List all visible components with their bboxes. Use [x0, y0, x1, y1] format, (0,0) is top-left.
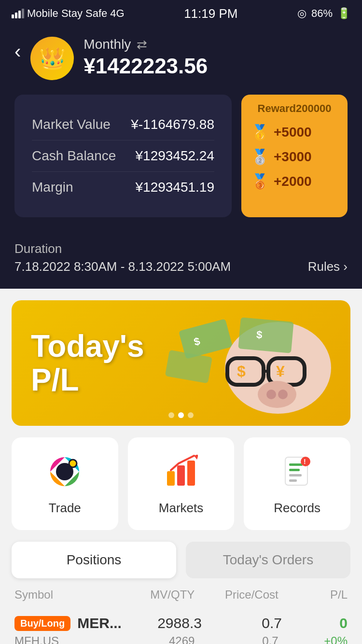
tab-positions[interactable]: Positions	[12, 542, 176, 578]
status-bar: Mobile Stay Safe 4G 11:19 PM ◎ 86% 🔋	[0, 0, 362, 27]
svg-rect-19	[187, 461, 195, 486]
duration-label: Duration	[14, 241, 348, 256]
dot-2	[178, 412, 184, 418]
silver-medal-icon: 🥈	[251, 148, 269, 165]
reward-amount-2: +3000	[274, 149, 312, 165]
banner-section: Today's P/L $ $ ¥	[0, 289, 362, 426]
reward-title: Reward200000	[251, 102, 338, 115]
stat-row-cash-balance: Cash Balance ¥1293452.24	[32, 140, 214, 172]
reward-row-1: 🥇 +5000	[251, 120, 338, 144]
battery-percent: 86%	[311, 7, 333, 20]
action-trade[interactable]: Trade	[12, 437, 118, 530]
svg-rect-23	[289, 469, 300, 471]
signal-bars-icon	[12, 9, 24, 18]
sub-qty-1: 4269	[117, 634, 195, 644]
tab-todays-orders[interactable]: Today's Orders	[186, 542, 350, 578]
status-left: Mobile Stay Safe 4G	[12, 7, 125, 20]
cash-balance-value: ¥1293452.24	[135, 148, 214, 164]
rules-link[interactable]: Rules ›	[308, 259, 348, 274]
reward-amount-3: +2000	[274, 174, 312, 189]
dot-1	[168, 412, 174, 418]
sub-symbol-1: MFH.US	[14, 634, 111, 644]
total-amount: ¥1422223.56	[84, 54, 348, 78]
stats-card: Market Value ¥-1164679.88 Cash Balance ¥…	[14, 95, 232, 217]
bronze-medal-icon: 🥉	[251, 173, 269, 190]
svg-rect-22	[289, 463, 303, 466]
location-icon: ◎	[297, 7, 306, 20]
markets-label: Markets	[159, 501, 203, 516]
svg-rect-25	[289, 479, 297, 482]
header-info: Monthly ⇄ ¥1422223.56	[84, 37, 348, 78]
svg-text:$: $	[256, 328, 263, 341]
crown-icon: 👑	[39, 46, 66, 71]
reward-row-2: 🥈 +3000	[251, 144, 338, 169]
banner[interactable]: Today's P/L $ $ ¥	[12, 300, 350, 426]
pos-price-1: 0.7	[205, 615, 282, 631]
actions-section: Trade Markets ! Records	[0, 426, 362, 530]
svg-point-9	[258, 381, 296, 408]
pos-pl-1: 0	[285, 615, 348, 631]
avatar: 👑	[30, 37, 74, 80]
records-label: Records	[274, 501, 320, 516]
svg-rect-24	[289, 474, 302, 476]
header: ‹ 👑 Monthly ⇄ ¥1422223.56	[0, 27, 362, 95]
action-records[interactable]: ! Records	[244, 437, 350, 530]
table-header: Symbol MV/QTY Price/Cost P/L	[12, 578, 350, 606]
dot-3	[188, 412, 194, 418]
banner-text: Today's P/L	[12, 329, 176, 397]
reward-row-3: 🥉 +2000	[251, 169, 338, 194]
svg-point-16	[69, 460, 77, 467]
sub-pct-1: +0%	[285, 634, 348, 644]
svg-rect-18	[177, 465, 185, 486]
tab-bar: Positions Today's Orders	[12, 542, 350, 578]
records-icon: !	[280, 455, 314, 492]
pos-ticker-1: Buy/Long MER...	[14, 615, 122, 631]
svg-text:$: $	[237, 363, 246, 380]
margin-label: Margin	[32, 180, 73, 195]
col-mv: MV/QTY	[117, 588, 195, 602]
market-value-value: ¥-1164679.88	[131, 117, 214, 132]
svg-rect-17	[167, 471, 175, 486]
badge-buy-1: Buy/Long	[14, 616, 70, 631]
positions-section: Positions Today's Orders Symbol MV/QTY P…	[0, 530, 362, 644]
banner-dots	[168, 412, 194, 418]
trade-label: Trade	[49, 501, 81, 516]
col-price: Price/Cost	[201, 588, 278, 602]
position-row-1[interactable]: Buy/Long MER... 2988.3 0.7 0 MFH.US 4269…	[12, 606, 350, 644]
svg-rect-12	[238, 317, 293, 353]
battery-icon: 🔋	[337, 7, 350, 20]
col-symbol: Symbol	[14, 588, 111, 602]
markets-icon	[164, 455, 198, 492]
margin-value: ¥1293451.19	[135, 180, 214, 195]
period-label: Monthly	[84, 37, 131, 52]
action-markets[interactable]: Markets	[128, 437, 235, 530]
market-value-label: Market Value	[32, 117, 111, 132]
back-button[interactable]: ‹	[14, 41, 21, 62]
reward-card: Reward200000 🥇 +5000 🥈 +3000 🥉 +2000	[241, 95, 348, 217]
svg-text:¥: ¥	[276, 363, 285, 380]
duration-row: 7.18.2022 8:30AM - 8.13.2022 5:00AM Rule…	[14, 259, 348, 274]
banner-mascot: $ $ ¥ $	[148, 300, 350, 426]
stat-row-market-value: Market Value ¥-1164679.88	[32, 109, 214, 140]
swap-icon: ⇄	[137, 37, 147, 52]
duration-text: 7.18.2022 8:30AM - 8.13.2022 5:00AM	[14, 259, 231, 274]
status-time: 11:19 PM	[184, 6, 237, 21]
dark-section: Market Value ¥-1164679.88 Cash Balance ¥…	[0, 95, 362, 232]
trade-icon	[48, 455, 82, 492]
svg-point-11	[278, 390, 288, 399]
pos-mv-1: 2988.3	[125, 615, 202, 631]
network-type: 4G	[110, 7, 124, 20]
reward-amount-1: +5000	[274, 125, 312, 140]
cash-balance-label: Cash Balance	[32, 148, 116, 164]
col-pl: P/L	[285, 588, 348, 602]
stat-row-margin: Margin ¥1293451.19	[32, 172, 214, 203]
gold-medal-icon: 🥇	[251, 124, 269, 140]
period-selector[interactable]: Monthly ⇄	[84, 37, 348, 52]
sub-cost-1: 0.7	[201, 634, 278, 644]
banner-illustration: $ $ ¥ $	[153, 305, 346, 421]
duration-section: Duration 7.18.2022 8:30AM - 8.13.2022 5:…	[0, 232, 362, 289]
symbol-1: MER...	[77, 615, 122, 631]
svg-text:!: !	[304, 458, 306, 465]
carrier-name: Mobile Stay Safe	[27, 7, 107, 20]
svg-point-10	[266, 390, 276, 399]
